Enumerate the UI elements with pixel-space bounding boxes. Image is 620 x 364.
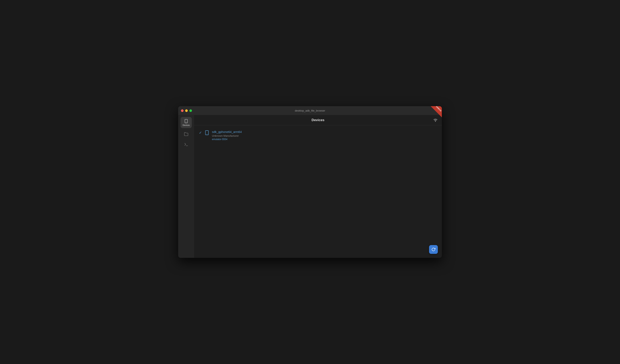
sidebar-item-files[interactable] xyxy=(181,130,192,138)
sidebar-item-devices[interactable]: Devices xyxy=(181,117,192,128)
app-window: desktop_adb_file_browser DEBUG Devices xyxy=(178,106,442,258)
sidebar: Devices xyxy=(178,115,194,258)
phone-icon xyxy=(184,119,188,123)
terminal-icon xyxy=(184,142,188,147)
svg-rect-0 xyxy=(185,119,187,123)
sidebar-devices-label: Devices xyxy=(183,124,190,126)
device-phone-icon xyxy=(204,130,210,136)
main-layout: Devices Devices xyxy=(178,115,442,258)
svg-point-3 xyxy=(435,121,436,121)
wifi-button[interactable] xyxy=(432,117,439,123)
page-header: Devices xyxy=(194,115,442,125)
sidebar-item-terminal[interactable] xyxy=(181,140,192,149)
content-area: Devices ✓ xyxy=(194,115,442,258)
device-name: sdk_gphone64_arm64 xyxy=(212,130,437,133)
folder-icon xyxy=(184,132,188,136)
maximize-button[interactable] xyxy=(189,109,192,112)
device-serial: emulator-5554 xyxy=(212,138,437,141)
titlebar: desktop_adb_file_browser DEBUG xyxy=(178,106,442,115)
debug-label: DEBUG xyxy=(436,106,442,112)
wifi-icon xyxy=(434,118,437,122)
device-row[interactable]: ✓ sdk_gphone64_arm64 Unknown Manufacture… xyxy=(197,128,439,143)
device-info: sdk_gphone64_arm64 Unknown Manufacturer … xyxy=(212,130,437,141)
traffic-lights xyxy=(181,109,192,112)
svg-rect-4 xyxy=(205,131,208,135)
close-button[interactable] xyxy=(181,109,184,112)
window-title: desktop_adb_file_browser xyxy=(295,109,325,112)
refresh-icon xyxy=(432,248,435,251)
device-manufacturer: Unknown Manufacturer xyxy=(212,134,437,137)
device-selected-check: ✓ xyxy=(199,131,202,135)
device-list: ✓ sdk_gphone64_arm64 Unknown Manufacture… xyxy=(194,125,442,258)
minimize-button[interactable] xyxy=(185,109,188,112)
refresh-button[interactable] xyxy=(429,245,438,254)
page-title: Devices xyxy=(311,118,324,122)
